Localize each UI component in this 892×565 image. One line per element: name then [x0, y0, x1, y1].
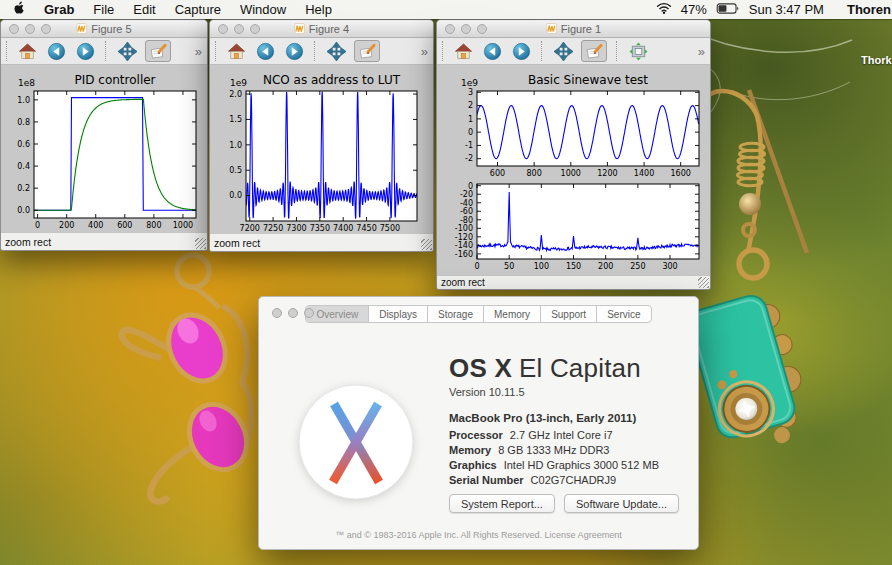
battery-icon[interactable]: [716, 2, 740, 17]
svg-text:2: 2: [468, 101, 473, 110]
figure1-plot-canvas[interactable]: 60080010001200140016003210-1-2Basic Sine…: [437, 65, 710, 275]
svg-text:250: 250: [630, 262, 645, 271]
home-button[interactable]: [16, 40, 38, 62]
resize-grip[interactable]: [698, 277, 709, 288]
zoom-rect-button[interactable]: [145, 40, 171, 62]
svg-text:7250: 7250: [263, 224, 283, 233]
maximize-button[interactable]: [477, 24, 487, 34]
close-button[interactable]: [445, 24, 455, 34]
minimize-button[interactable]: [234, 24, 244, 34]
svg-text:7300: 7300: [286, 224, 306, 233]
svg-text:50: 50: [504, 262, 514, 271]
wifi-icon[interactable]: [656, 2, 672, 17]
minimize-button[interactable]: [288, 308, 298, 318]
about-body: OS XEl Capitan Version 10.11.5 MacBook P…: [259, 331, 698, 549]
figure4-titlebar[interactable]: Figure 4: [210, 20, 433, 38]
svg-text:1000: 1000: [561, 169, 581, 178]
maximize-button[interactable]: [250, 24, 260, 34]
home-button[interactable]: [452, 40, 474, 62]
svg-text:600: 600: [490, 169, 505, 178]
resize-grip[interactable]: [421, 239, 432, 250]
software-update-button[interactable]: Software Update...: [564, 494, 679, 513]
figure1-toolbar: »: [437, 38, 710, 65]
about-this-mac-window: Overview Displays Storage Memory Support…: [258, 296, 699, 550]
about-tab-bar: Overview Displays Storage Memory Support…: [305, 305, 651, 323]
menu-left: Grab File Edit Capture Window Help: [0, 1, 332, 18]
desktop-icon-label[interactable]: Thork: [861, 54, 892, 66]
window-title: Figure 5: [91, 23, 131, 35]
svg-text:1000: 1000: [173, 221, 193, 230]
spec-serial-number: Serial NumberC02G7CHADRJ9: [449, 474, 616, 486]
minimize-button[interactable]: [461, 24, 471, 34]
toolbar-overflow-chevron[interactable]: »: [195, 45, 202, 58]
svg-text:600: 600: [117, 221, 132, 230]
back-button[interactable]: [481, 40, 503, 62]
menu-item-window[interactable]: Window: [240, 2, 286, 17]
tab-memory[interactable]: Memory: [483, 306, 540, 322]
svg-text:0: 0: [474, 262, 479, 271]
toolbar-separator: [541, 41, 543, 61]
tab-storage[interactable]: Storage: [427, 306, 483, 322]
matplotlib-icon: [76, 23, 87, 34]
spec-label: Serial Number: [449, 474, 524, 486]
home-button[interactable]: [225, 40, 247, 62]
toolbar-overflow-chevron[interactable]: »: [421, 45, 428, 58]
toolbar-overflow-chevron[interactable]: »: [698, 45, 705, 58]
menu-status-area: 47% Sun 3:47 PM Thoren: [656, 2, 892, 17]
close-button[interactable]: [218, 24, 228, 34]
figure1-titlebar[interactable]: Figure 1: [437, 20, 710, 38]
back-button[interactable]: [45, 40, 67, 62]
battery-percent[interactable]: 47%: [681, 2, 707, 17]
svg-text:3: 3: [468, 88, 473, 97]
forward-button[interactable]: [283, 40, 305, 62]
apple-menu[interactable]: [13, 1, 25, 18]
traffic-lights: [272, 308, 314, 318]
menu-item-edit[interactable]: Edit: [133, 2, 155, 17]
maximize-button[interactable]: [304, 308, 314, 318]
tab-overview[interactable]: Overview: [306, 306, 368, 322]
tab-service[interactable]: Service: [596, 306, 650, 322]
spec-processor: Processor2.7 GHz Intel Core i7: [449, 429, 613, 441]
matplotlib-icon: [294, 23, 305, 34]
mac-model: MacBook Pro (13-inch, Early 2011): [449, 412, 636, 424]
back-button[interactable]: [254, 40, 276, 62]
svg-text:0.2: 0.2: [17, 184, 30, 193]
toolbar-grip: [442, 41, 445, 61]
resize-grip[interactable]: [195, 238, 206, 249]
figure4-plot-canvas[interactable]: 72007250730073507400745075000.00.51.01.5…: [210, 65, 433, 233]
close-button[interactable]: [9, 24, 19, 34]
svg-text:1400: 1400: [634, 169, 654, 178]
window-title: Figure 4: [309, 23, 349, 35]
traffic-lights: [445, 24, 487, 34]
user-menu[interactable]: Thoren: [847, 2, 891, 17]
toolbar-grip: [6, 41, 9, 61]
figure4-statusbar: zoom rect: [210, 233, 433, 251]
figure4-window: Figure 4 » 72007250730073507400745075000…: [209, 19, 434, 252]
close-button[interactable]: [272, 308, 282, 318]
svg-text:Basic Sinewave test: Basic Sinewave test: [528, 73, 648, 87]
zoom-rect-button[interactable]: [354, 40, 380, 62]
menu-item-file[interactable]: File: [93, 2, 114, 17]
pan-button[interactable]: [552, 40, 574, 62]
maximize-button[interactable]: [41, 24, 51, 34]
menu-item-capture[interactable]: Capture: [175, 2, 221, 17]
menu-item-grab[interactable]: Grab: [44, 2, 74, 17]
figure5-plot-canvas[interactable]: 020040060080010000.00.20.40.60.81.0PID c…: [1, 65, 207, 232]
figure5-titlebar[interactable]: Figure 5: [1, 20, 207, 38]
minimize-button[interactable]: [25, 24, 35, 34]
forward-button[interactable]: [510, 40, 532, 62]
forward-button[interactable]: [74, 40, 96, 62]
about-titlebar[interactable]: Overview Displays Storage Memory Support…: [259, 297, 698, 331]
pan-button[interactable]: [116, 40, 138, 62]
tab-displays[interactable]: Displays: [368, 306, 427, 322]
tab-support[interactable]: Support: [540, 306, 596, 322]
configure-subplots-button[interactable]: [627, 40, 649, 62]
menu-item-help[interactable]: Help: [305, 2, 332, 17]
pan-button[interactable]: [325, 40, 347, 62]
svg-text:1e9: 1e9: [230, 78, 247, 88]
figure1-window: Figure 1 » 60080010001200140016003210-1-…: [436, 19, 711, 290]
menu-clock[interactable]: Sun 3:47 PM: [749, 2, 824, 17]
zoom-rect-button[interactable]: [581, 40, 607, 62]
system-report-button[interactable]: System Report...: [449, 494, 555, 513]
os-name-title: OS XEl Capitan: [449, 353, 641, 384]
